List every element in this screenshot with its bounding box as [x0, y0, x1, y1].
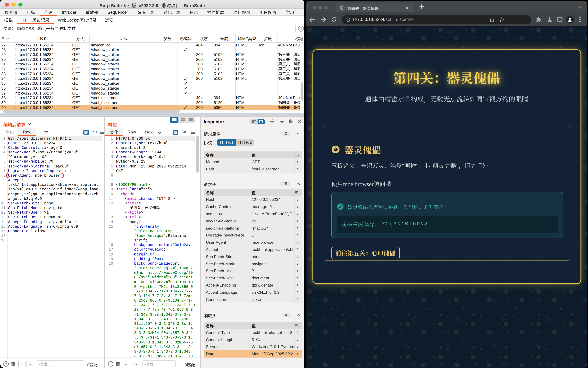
- svg-text:?: ?: [110, 362, 112, 366]
- svg-text:?: ?: [5, 362, 7, 366]
- svg-text:?: ?: [300, 27, 302, 31]
